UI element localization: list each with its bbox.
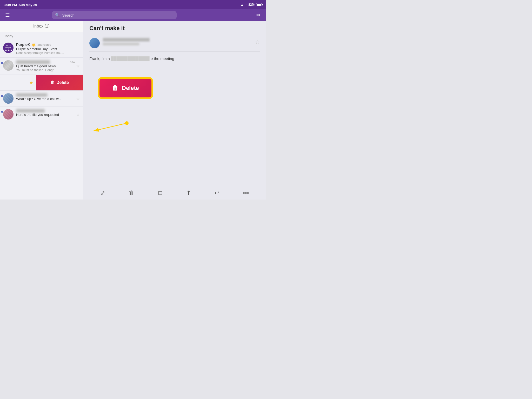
- search-bar[interactable]: 🔍 Search: [52, 11, 177, 19]
- delete-label: Delete: [56, 80, 69, 85]
- list-item[interactable]: 100 offPurple★★★★★ Purple® ☀️ Sponsored …: [0, 40, 83, 58]
- list-item[interactable]: Here's the file you requested ☆: [0, 107, 83, 122]
- delete-overlay-label: Delete: [122, 85, 139, 91]
- sender-name-blurred: [103, 38, 150, 42]
- detail-header: Can't make it: [83, 21, 266, 35]
- trash-button[interactable]: 🗑: [125, 188, 137, 198]
- unread-indicator: [1, 95, 3, 97]
- search-icon: 🔍: [55, 13, 60, 17]
- star-icon[interactable]: ☆: [76, 64, 80, 69]
- avatar: 100 offPurple★★★★★: [3, 43, 14, 53]
- email-item-content: Purple® ☀️ Sponsored Purple Memorial Day…: [16, 43, 80, 55]
- email-subject: ing to be a...: [0, 81, 28, 85]
- status-time-date: 1:49 PM Sun May 26: [4, 3, 37, 7]
- detail-avatar: [89, 38, 100, 48]
- star-icon[interactable]: ☆: [76, 96, 80, 101]
- trash-icon-large: 🗑: [112, 84, 118, 92]
- main-layout: Inbox (1) Today 100 offPurple★★★★★ Purpl…: [0, 21, 266, 200]
- email-sender: [16, 93, 75, 97]
- search-placeholder: Search: [62, 13, 75, 17]
- email-detail-title: Can't make it: [89, 25, 260, 32]
- email-subject: What's up? Give me a call w...: [16, 97, 75, 101]
- email-sender: [16, 60, 68, 64]
- list-item[interactable]: What's up? Give me a call w... ☆: [0, 91, 83, 107]
- email-detail-panel: Can't make it ☆ Frank, I'm n ███████████…: [83, 21, 266, 200]
- email-preview: Don't sleep through Purple's BIG...: [16, 51, 80, 55]
- status-date: Sun May 26: [18, 3, 37, 7]
- star-icon[interactable]: ☆: [76, 112, 80, 117]
- unread-indicator: [1, 111, 3, 113]
- delete-overlay-wrapper: 🗑 Delete: [99, 78, 152, 98]
- email-sender: [0, 77, 28, 81]
- upload-button[interactable]: ⬆: [183, 188, 194, 198]
- reply-button[interactable]: ↩: [211, 188, 222, 198]
- detail-star-icon[interactable]: ☆: [255, 39, 260, 45]
- detail-sender-row: ☆: [89, 35, 260, 52]
- email-item-content: I just heard the good news You must be t…: [16, 60, 68, 72]
- swiped-email-container: ing to be a... ★ 🗑 Delete: [0, 75, 83, 91]
- avatar: [3, 109, 14, 119]
- expand-button[interactable]: ⤢: [97, 188, 108, 198]
- star-icon-filled[interactable]: ★: [29, 80, 33, 85]
- detail-body: ☆ Frank, I'm n ██████████████ e the meet…: [83, 35, 266, 186]
- delete-overlay-button[interactable]: 🗑 Delete: [99, 78, 152, 98]
- email-subject: Here's the file you requested: [16, 113, 75, 117]
- unread-indicator: [1, 62, 3, 64]
- email-preview: You must be thrilled. Congr...: [16, 68, 68, 72]
- sponsored-badge: Sponsored: [37, 43, 51, 46]
- avatar: [3, 60, 14, 71]
- trash-icon: 🗑: [50, 80, 54, 85]
- avatar: [3, 93, 14, 104]
- archive-button[interactable]: ⊟: [155, 188, 166, 198]
- list-item[interactable]: ing to be a... ★: [0, 75, 36, 90]
- section-today-label: Today: [0, 32, 83, 40]
- status-bar: 1:49 PM Sun May 26 ▲ ↑ 82%: [0, 0, 266, 9]
- battery-icon: [256, 3, 262, 6]
- compose-button[interactable]: ✏: [254, 11, 263, 19]
- email-sender: Purple® ☀️ Sponsored: [16, 43, 80, 47]
- bottom-toolbar: ⤢ 🗑 ⊟ ⬆ ↩ •••: [83, 186, 266, 200]
- list-item[interactable]: I just heard the good news You must be t…: [0, 58, 83, 75]
- status-indicators: ▲ ↑ 82%: [241, 3, 262, 6]
- wifi-icon: ▲: [241, 3, 244, 6]
- email-sender: [16, 109, 75, 112]
- more-button[interactable]: •••: [240, 188, 252, 198]
- detail-message-body: Frank, I'm n ██████████████ e the meetin…: [89, 52, 260, 66]
- signal-icon: ↑: [245, 3, 247, 6]
- battery-percentage: 82%: [248, 3, 255, 6]
- inbox-title: Inbox (1): [33, 24, 50, 28]
- nav-bar: ☰ 🔍 Search ✏: [0, 9, 266, 21]
- email-subject: I just heard the good news: [16, 64, 68, 68]
- email-time: now: [70, 60, 75, 63]
- email-item-content: ing to be a...: [0, 77, 28, 85]
- swipe-delete-button[interactable]: 🗑 Delete: [36, 75, 83, 90]
- hamburger-menu-button[interactable]: ☰: [3, 11, 12, 19]
- inbox-header: Inbox (1): [0, 21, 83, 32]
- email-subject: Purple Memorial Day Event: [16, 47, 80, 51]
- email-item-content: Here's the file you requested: [16, 109, 75, 117]
- email-item-content: What's up? Give me a call w...: [16, 93, 75, 101]
- purple-ad-avatar: 100 offPurple★★★★★: [3, 43, 14, 53]
- sender-email-blurred: [103, 43, 139, 45]
- status-time: 1:49 PM: [4, 3, 17, 7]
- email-list-panel: Inbox (1) Today 100 offPurple★★★★★ Purpl…: [0, 21, 83, 200]
